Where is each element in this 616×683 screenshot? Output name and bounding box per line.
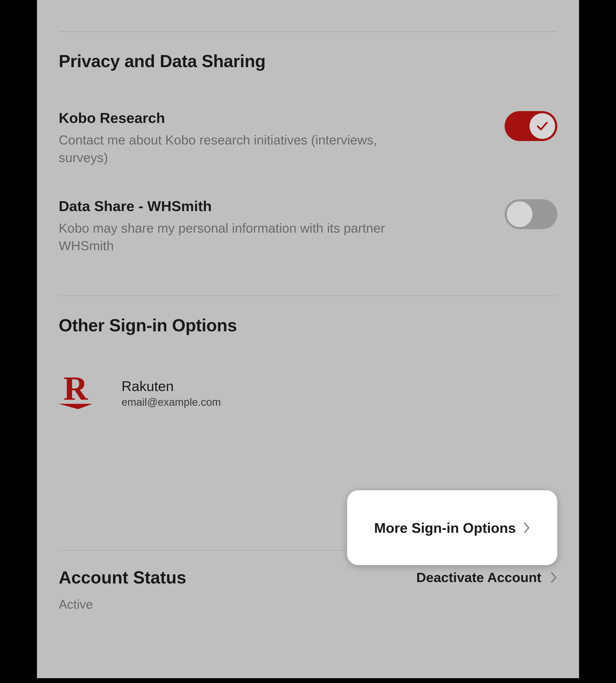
signin-provider-rakuten[interactable]: R Rakuten email@example.com bbox=[59, 371, 557, 415]
settings-panel: Privacy and Data Sharing Kobo Research C… bbox=[37, 0, 579, 678]
divider bbox=[59, 31, 557, 32]
chevron-right-icon bbox=[523, 522, 530, 533]
more-signin-options-button[interactable]: More Sign-in Options bbox=[347, 490, 557, 565]
more-signin-label: More Sign-in Options bbox=[374, 520, 516, 536]
account-status-value: Active bbox=[59, 597, 557, 612]
kobo-research-desc: Contact me about Kobo research initiativ… bbox=[59, 131, 426, 167]
kobo-research-title: Kobo Research bbox=[59, 110, 426, 126]
setting-data-share: Data Share - WHSmith Kobo may share my p… bbox=[59, 198, 557, 255]
signin-provider-name: Rakuten bbox=[122, 378, 221, 394]
setting-kobo-research: Kobo Research Contact me about Kobo rese… bbox=[59, 110, 557, 167]
kobo-research-toggle[interactable] bbox=[505, 111, 557, 141]
data-share-toggle[interactable] bbox=[505, 199, 557, 229]
data-share-title: Data Share - WHSmith bbox=[59, 198, 426, 215]
check-icon bbox=[535, 119, 549, 133]
deactivate-account-button[interactable]: Deactivate Account bbox=[416, 570, 557, 585]
data-share-desc: Kobo may share my personal information w… bbox=[59, 219, 426, 255]
privacy-heading: Privacy and Data Sharing bbox=[59, 51, 557, 71]
deactivate-account-label: Deactivate Account bbox=[416, 570, 541, 585]
chevron-right-icon bbox=[550, 572, 557, 583]
signin-provider-email: email@example.com bbox=[122, 396, 221, 408]
account-status-heading: Account Status bbox=[59, 568, 186, 587]
rakuten-logo-icon: R bbox=[59, 371, 92, 415]
signin-heading: Other Sign-in Options bbox=[59, 315, 557, 335]
divider bbox=[59, 295, 557, 296]
